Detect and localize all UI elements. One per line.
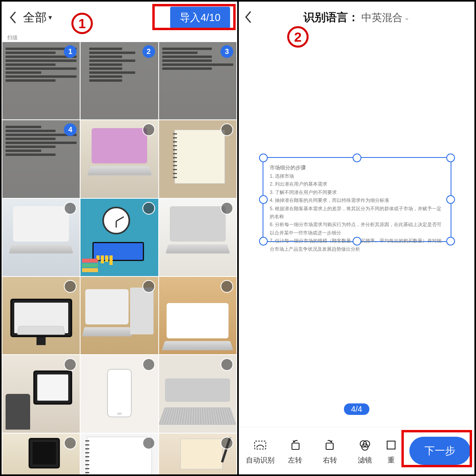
selection-empty-icon: [142, 358, 155, 371]
thumbnail[interactable]: 1: [2, 42, 80, 119]
tool-label: 自动识别: [246, 455, 274, 465]
crop-handle-tm[interactable]: [353, 154, 361, 162]
crop-handle-tr[interactable]: [446, 154, 455, 162]
ocr-topbar: 识别语言： 中英混合 ⌄: [239, 2, 474, 33]
crop-handle-tl[interactable]: [259, 154, 268, 162]
tool-label: 左转: [288, 455, 302, 465]
selection-badge: 1: [64, 45, 77, 58]
photo-grid: 1 2 3 4: [2, 42, 237, 474]
section-label: 扫描: [2, 33, 237, 42]
tool-label: 重: [388, 455, 395, 465]
tool-crop[interactable]: 重: [382, 437, 400, 465]
selection-empty-icon: [142, 280, 155, 293]
thumbnail[interactable]: [2, 434, 80, 474]
svg-rect-1: [292, 443, 299, 449]
selection-empty-icon: [221, 437, 233, 449]
selection-badge: 4: [64, 123, 77, 136]
thumbnail[interactable]: [159, 434, 236, 474]
bottom-toolbar: 自动识别 左转 右转 滤镜 重 下一步: [239, 427, 474, 474]
svg-rect-2: [326, 443, 333, 449]
crop-rectangle[interactable]: 市场细分的步骤 1. 选择市场 2. 列出潜在用户的基本需求 3. 了解不同潜在…: [263, 157, 451, 242]
selection-empty-icon: [221, 202, 233, 215]
annotation-step-1: 1: [71, 13, 93, 34]
thumbnail[interactable]: [81, 120, 158, 198]
selection-empty-icon: [64, 437, 77, 449]
crop-handle-ml[interactable]: [259, 195, 268, 204]
back-icon[interactable]: [6, 11, 20, 24]
crop-handle-mr[interactable]: [446, 195, 455, 204]
lang-label: 识别语言：: [303, 10, 359, 25]
thumbnail[interactable]: [81, 434, 158, 474]
page-indicator: 4/4: [344, 403, 369, 415]
gallery-topbar: 全部 ▾ 导入4/10 1: [2, 2, 237, 33]
selection-empty-icon: [64, 202, 77, 215]
back-icon[interactable]: [244, 11, 252, 23]
thumbnail[interactable]: [159, 355, 236, 432]
crop-handle-bl[interactable]: [259, 237, 268, 246]
thumbnail[interactable]: 3: [159, 42, 236, 119]
thumbnail[interactable]: [2, 355, 80, 432]
gallery-screen: 全部 ▾ 导入4/10 1 扫描 1 2 3: [2, 2, 237, 474]
caret-down-icon: ▾: [48, 13, 52, 22]
thumbnail[interactable]: 4: [2, 120, 80, 198]
thumbnail[interactable]: [159, 199, 236, 276]
crop-icon: [383, 437, 399, 453]
tool-rotate-left[interactable]: 左转: [278, 437, 313, 465]
annotation-step-2: 2: [287, 26, 309, 48]
tool-auto-detect[interactable]: 自动识别: [243, 437, 278, 465]
tool-label: 右转: [323, 455, 337, 465]
selection-badge: 2: [142, 45, 155, 58]
auto-detect-icon: [252, 437, 268, 453]
thumbnail[interactable]: 2: [81, 42, 158, 119]
thumbnail[interactable]: [2, 277, 80, 354]
album-selector[interactable]: 全部 ▾: [23, 10, 52, 26]
thumbnail[interactable]: [81, 355, 158, 432]
next-button[interactable]: 下一步: [409, 437, 470, 465]
rotate-left-icon: [287, 437, 303, 453]
lang-value: 中英混合: [361, 11, 403, 25]
selection-empty-icon: [142, 437, 155, 449]
filter-icon: [357, 437, 373, 453]
caret-down-icon: ⌄: [404, 14, 409, 21]
crop-handle-bm[interactable]: [353, 237, 361, 246]
ocr-screen: 识别语言： 中英混合 ⌄ 2 市场细分的步骤 1. 选择市场 2. 列出潜在用户…: [239, 2, 474, 474]
thumbnail[interactable]: [159, 120, 236, 198]
selection-empty-icon: [142, 202, 155, 215]
tool-rotate-right[interactable]: 右转: [313, 437, 347, 465]
import-button[interactable]: 导入4/10: [170, 7, 230, 29]
rotate-right-icon: [322, 437, 338, 453]
thumbnail[interactable]: [2, 199, 80, 276]
selection-badge: 3: [221, 45, 233, 58]
tool-label: 滤镜: [358, 455, 372, 465]
selection-empty-icon: [221, 280, 233, 293]
lang-selector[interactable]: 中英混合 ⌄: [361, 11, 409, 25]
thumbnail[interactable]: [81, 277, 158, 354]
selection-empty-icon: [142, 123, 155, 136]
album-title-text: 全部: [23, 10, 47, 26]
tool-filter[interactable]: 滤镜: [347, 437, 382, 465]
thumbnail[interactable]: [81, 199, 158, 276]
crop-handle-br[interactable]: [446, 237, 455, 246]
svg-rect-6: [387, 441, 395, 449]
thumbnail[interactable]: [159, 277, 236, 354]
